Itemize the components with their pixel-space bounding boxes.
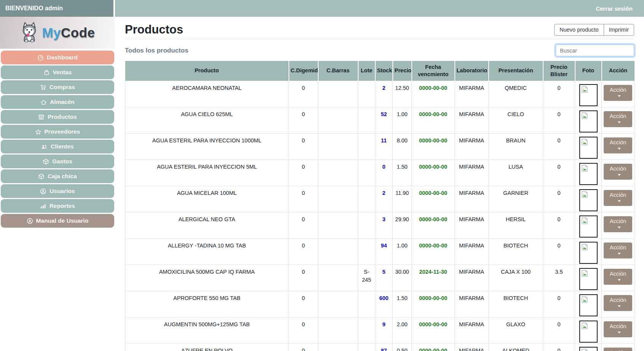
row-action-button[interactable]: Acción [604, 243, 632, 258]
photo-cell [575, 212, 602, 238]
expiry-date-cell: 0000-00-00 [412, 343, 455, 351]
print-button[interactable]: Imprimir [604, 24, 634, 36]
presentation-cell: ALKOMED [489, 343, 543, 351]
row-action-button[interactable]: Acción [604, 321, 632, 337]
stock-link[interactable]: 11 [381, 137, 387, 144]
new-product-button[interactable]: Nuevo producto [554, 24, 604, 36]
stock-cell: 5 [375, 265, 393, 291]
product-photo[interactable] [579, 163, 598, 185]
sidebar-item-gastos[interactable]: Gastos [1, 155, 114, 168]
stock-link[interactable]: 94 [381, 243, 387, 249]
stock-cell: 87 [375, 343, 393, 351]
stock-link[interactable]: 2 [382, 190, 385, 196]
main-content: Productos Nuevo producto Imprimir Todos … [115, 17, 644, 351]
sidebar-item-reportes[interactable]: Reportes [1, 199, 114, 213]
sidebar-item-clientes[interactable]: Clientes [1, 140, 114, 153]
price-cell: 8.00 [393, 133, 412, 160]
lote-cell [358, 317, 375, 343]
caret-down-icon [618, 227, 621, 228]
digemid-cell: 0 [289, 291, 318, 317]
row-action-button[interactable]: Acción [604, 216, 632, 232]
action-cell: Acción [602, 317, 634, 343]
caret-down-icon [618, 121, 621, 123]
row-action-button[interactable]: Acción [604, 137, 632, 153]
search-input[interactable] [556, 45, 634, 56]
blister-price-cell: 0 [543, 238, 575, 265]
product-photo[interactable] [579, 294, 598, 316]
logout-link[interactable]: Cerrar sesión [596, 5, 633, 12]
digemid-cell: 0 [289, 107, 318, 133]
lote-cell: S-245 [358, 265, 375, 291]
laboratory-cell: MIFARMA [455, 343, 489, 351]
sidebar-item-label: Proveedores [45, 128, 80, 135]
sidebar-item-manual-de-usuario[interactable]: Manual de Usuario [1, 214, 114, 228]
expiry-date-cell: 2024-11-30 [412, 265, 455, 291]
barcode-cell [318, 107, 358, 133]
product-photo[interactable] [579, 84, 598, 106]
row-action-button[interactable]: Acción [604, 85, 632, 101]
table-row: AGUA MICELAR 100ML0211.900000-00-00MIFAR… [125, 186, 634, 212]
stock-link[interactable]: 52 [381, 111, 387, 117]
product-photo[interactable] [579, 321, 598, 343]
sidebar-item-almacén[interactable]: Almacén [1, 95, 114, 109]
stock-cell: 0 [375, 160, 393, 186]
row-action-button[interactable]: Acción [604, 164, 632, 180]
product-photo[interactable] [579, 137, 598, 159]
barcode-cell [318, 238, 358, 265]
stock-link[interactable]: 5 [382, 269, 385, 275]
row-action-button[interactable]: Acción [604, 348, 632, 351]
sidebar-item-dashboard[interactable]: Dashboard [1, 51, 114, 64]
sidebar-item-label: Manual de Usuario [36, 217, 89, 224]
welcome-text: BIENVENIDO admin [5, 5, 63, 12]
lote-cell [358, 160, 375, 186]
row-action-button[interactable]: Acción [604, 190, 632, 206]
product-name-cell: AGUA ESTERIL PARA INYECCION 5ML [125, 160, 289, 186]
sidebar-item-label: Almacén [50, 99, 75, 105]
stock-cell: 52 [375, 107, 393, 133]
shop-icon [38, 114, 45, 120]
sidebar-item-ventas[interactable]: Ventas [1, 65, 114, 79]
sidebar-item-label: Usuarios [49, 188, 75, 195]
product-photo[interactable] [579, 347, 598, 351]
house-icon [40, 99, 47, 105]
product-photo[interactable] [579, 110, 598, 132]
product-photo[interactable] [579, 268, 598, 290]
laboratory-cell: MIFARMA [455, 317, 489, 343]
product-photo[interactable] [579, 242, 598, 264]
sidebar-item-label: Ventas [53, 69, 72, 76]
stock-link[interactable]: 3 [382, 216, 385, 222]
blister-price-cell: 0 [543, 212, 575, 238]
photo-cell [575, 81, 602, 107]
row-action-button[interactable]: Acción [604, 111, 632, 127]
col-header-presentación: Presentación [489, 61, 543, 81]
price-cell: 0.50 [393, 343, 412, 351]
presentation-cell: GLAXO [489, 317, 543, 343]
laboratory-cell: MIFARMA [455, 81, 489, 107]
sidebar-item-productos[interactable]: Productos [1, 110, 114, 124]
laboratory-cell: MIFARMA [455, 133, 489, 160]
expiry-date-cell: 0000-00-00 [412, 317, 455, 343]
stock-link[interactable]: 2 [382, 85, 385, 91]
presentation-cell: QMEDIC [489, 81, 543, 107]
star-icon [35, 129, 41, 135]
row-action-button[interactable]: Acción [604, 269, 632, 285]
action-cell: Acción [602, 291, 634, 317]
barcode-cell [318, 291, 358, 317]
laboratory-cell: MIFARMA [455, 265, 489, 291]
stock-link[interactable]: 600 [379, 295, 388, 301]
product-name-cell: AGUA MICELAR 100ML [125, 186, 289, 212]
product-photo[interactable] [579, 215, 598, 238]
product-photo[interactable] [579, 189, 598, 211]
stock-link[interactable]: 0 [382, 164, 385, 170]
sidebar-item-caja-chica[interactable]: Caja chica [1, 169, 114, 183]
lote-cell [358, 81, 375, 107]
sidebar-item-proveedores[interactable]: Proveedores [1, 125, 114, 139]
product-name-cell: AEROCAMARA NEONATAL [125, 81, 289, 107]
sidebar-item-usuarios[interactable]: Usuarios [1, 184, 114, 198]
stock-cell: 11 [375, 133, 393, 160]
sidebar-item-compras[interactable]: Compras [1, 80, 114, 94]
laboratory-cell: MIFARMA [455, 186, 489, 212]
row-action-button[interactable]: Acción [604, 295, 632, 311]
stock-link[interactable]: 9 [382, 321, 385, 327]
stock-link[interactable]: 87 [381, 348, 387, 351]
